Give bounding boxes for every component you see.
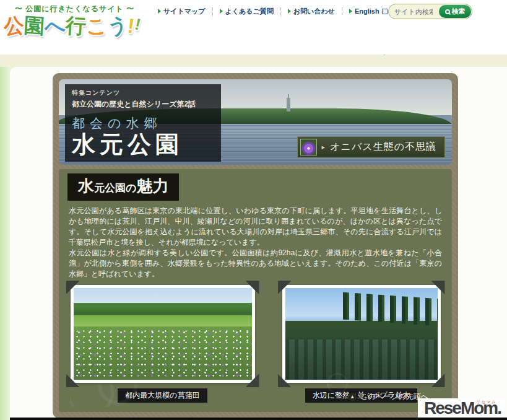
site-header: 〜 公園に行きたくなるサイト 〜 サイトマップ よくあるご質問 お問い合わせ E… (0, 0, 507, 55)
utility-nav: サイトマップ よくあるご質問 お問い合わせ English (151, 6, 394, 17)
hero-title: 水元公園 (72, 133, 214, 156)
paragraph: 水元公園がある葛飾区は東京の東北端に位置し、いわゆる東京の下町に属します。平坦地… (69, 206, 442, 248)
site-search: 検索 (388, 4, 472, 19)
iris-field-photo (71, 285, 255, 383)
link-contact[interactable]: お問い合わせ (280, 7, 342, 16)
arrow-icon (220, 9, 223, 14)
search-icon (445, 9, 450, 14)
hero-title-overlay: 特集コンテンツ 都立公園の歴史と自然シリーズ第2話 都会の水郷 水元公園 (65, 84, 221, 162)
link-faq[interactable]: よくあるご質問 (212, 7, 280, 16)
search-input[interactable] (389, 4, 438, 19)
external-link-icon (382, 9, 388, 14)
poplar-pond-photo (282, 285, 441, 383)
article-panel: 水元公園の魅力 水元公園がある葛飾区は東京の東北端に位置し、いわゆる東京の下町に… (59, 169, 452, 412)
iris-field-image (74, 288, 252, 380)
arrow-icon: ▸ (322, 143, 326, 151)
site-logo[interactable]: 公園へ行こう!! (4, 12, 140, 40)
hero-subtitle: 都会の水郷 (72, 115, 214, 132)
arrow-icon (349, 9, 352, 14)
page-top-link[interactable]: このページの先頭へ (348, 392, 428, 402)
arrow-icon (288, 9, 291, 14)
photo-column: 水辺に整然と並ぶポプラ並木 (282, 285, 441, 403)
water-lily-thumbnail (300, 139, 317, 155)
poplar-pond-image (285, 288, 438, 380)
search-button[interactable]: 検索 (439, 5, 471, 18)
photo-row: 都内最大規模の菖蒲田 水辺に整然と並ぶポプラ並木 (59, 285, 452, 403)
section-heading: 水元公園の魅力 (67, 173, 179, 201)
hero-kicker: 特集コンテンツ (72, 89, 214, 97)
arrow-icon (158, 9, 161, 14)
feature-box: 特集コンテンツ 都立公園の歴史と自然シリーズ第2話 都会の水郷 水元公園 ▸ オ… (53, 73, 458, 418)
lake-photo-tower (287, 98, 290, 112)
hero-series-title: 都立公園の歴史と自然シリーズ第2話 (72, 99, 214, 110)
link-english[interactable]: English (342, 7, 394, 15)
photo-column: 都内最大規模の菖蒲田 (71, 285, 255, 403)
article-body: 水元公園がある葛飾区は東京の東北端に位置し、いわゆる東京の下町に属します。平坦地… (59, 201, 452, 279)
paragraph: 水元公園は水と緑が調和する美しい公園です。公園面積は約92haに及び、灌漑用水と… (69, 248, 442, 279)
left-edge-decoration (0, 67, 10, 420)
resemom-ruby: リセマム (476, 399, 496, 405)
bottom-border (10, 418, 507, 420)
hero-banner: 特集コンテンツ 都立公園の歴史と自然シリーズ第2話 都会の水郷 水元公園 ▸ オ… (59, 79, 452, 165)
up-arrow-icon (348, 393, 357, 401)
resemom-watermark: リセマム ReseMom. (418, 398, 505, 418)
onibasu-feature-button[interactable]: ▸ オニバス生態の不思議 (297, 136, 445, 158)
photo-caption: 都内最大規模の菖蒲田 (118, 388, 207, 403)
link-sitemap[interactable]: サイトマップ (151, 7, 212, 16)
